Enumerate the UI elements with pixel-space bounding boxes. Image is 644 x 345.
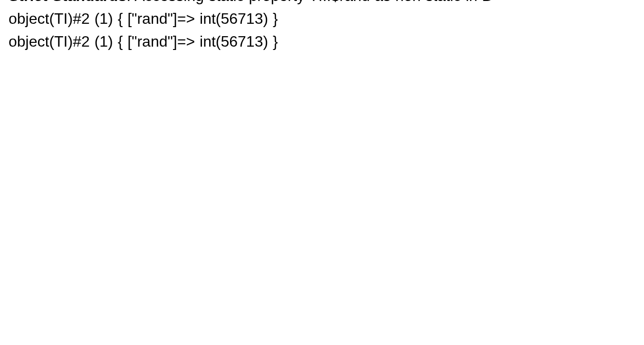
error-file-fragment: D bbox=[482, 0, 493, 4]
var-dump-text: object(TI)#2 (1) { ["rand"]=> int(56713)… bbox=[9, 10, 278, 27]
error-label: Strict Standards bbox=[9, 0, 126, 4]
error-message: Accessing static property TI::$rand as n… bbox=[135, 0, 482, 4]
var-dump-line: object(TI)#2 (1) { ["rand"]=> int(56713)… bbox=[9, 7, 635, 30]
var-dump-line: object(TI)#2 (1) { ["rand"]=> int(56713)… bbox=[9, 30, 635, 53]
php-error-line: Strict Standards: Accessing static prope… bbox=[9, 0, 635, 7]
error-sep: : bbox=[126, 0, 135, 4]
var-dump-text: object(TI)#2 (1) { ["rand"]=> int(56713)… bbox=[9, 33, 278, 50]
